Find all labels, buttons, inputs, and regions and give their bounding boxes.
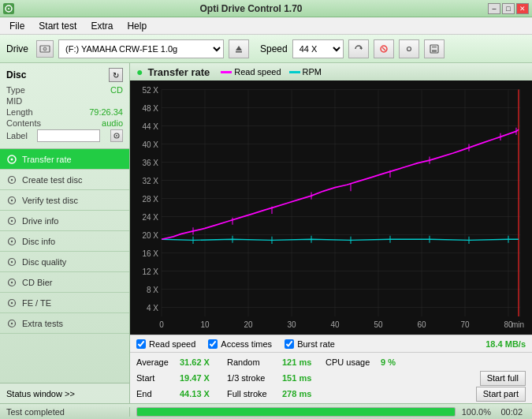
refresh-button[interactable] (348, 39, 369, 58)
transfer-rate-icon (6, 154, 17, 165)
disc-length-label: Length (6, 107, 33, 117)
progress-bar-background (136, 407, 456, 417)
access-times-control-label: Access times (221, 339, 272, 349)
content-area: ● Transfer rate Read speed RPM (130, 63, 532, 403)
burst-rate-value: 18.4 MB/s (485, 339, 526, 349)
nav-extra-tests[interactable]: Extra tests (0, 313, 129, 334)
minimize-button[interactable]: – (488, 3, 500, 14)
legend-rpm-color (289, 71, 300, 73)
nav-fe-te-label: FE / TE (22, 298, 51, 308)
label-edit-button[interactable] (110, 129, 123, 142)
burst-rate-checkbox[interactable] (285, 339, 294, 349)
drive-select[interactable]: (F:) YAMAHA CRW-F1E 1.0g (58, 39, 224, 58)
svg-text:4 X: 4 X (147, 302, 158, 312)
disc-panel: Disc ↻ Type CD MID Length 79:26.34 Conte… (0, 63, 129, 149)
verify-disc-icon (6, 195, 17, 206)
full-stroke-label: Full stroke (227, 389, 282, 398)
speed-select[interactable]: 44 X (292, 39, 344, 58)
title-bar: Opti Drive Control 1.70 – □ ✕ (0, 0, 532, 17)
disc-quality-icon (6, 256, 17, 267)
extra-tests-icon (6, 318, 17, 329)
progress-percentage: 100.0% (462, 407, 491, 417)
chart-icon: ● (136, 65, 143, 78)
svg-text:36 X: 36 X (142, 157, 158, 167)
svg-text:32 X: 32 X (142, 175, 158, 185)
svg-point-31 (11, 301, 13, 303)
nav-fe-te[interactable]: FE / TE (0, 293, 129, 313)
svg-point-23 (11, 219, 13, 221)
svg-text:16 X: 16 X (142, 248, 158, 258)
svg-text:24 X: 24 X (142, 211, 158, 222)
status-text: Test completed (0, 407, 130, 417)
status-bar: Test completed 100.0% 00:02 (0, 403, 532, 419)
svg-text:44 X: 44 X (142, 121, 158, 131)
end-value: 44.13 X (180, 389, 227, 398)
legend-read-speed-label: Read speed (234, 67, 281, 77)
random-label: Random (227, 357, 282, 367)
chart-title: Transfer rate (147, 66, 210, 78)
speed-label: Speed (260, 43, 288, 54)
cd-bler-icon (6, 277, 17, 288)
average-label: Average (136, 357, 180, 367)
disc-info-icon (6, 236, 17, 247)
menu-extra[interactable]: Extra (84, 19, 119, 33)
disc-refresh-button[interactable]: ↻ (109, 68, 123, 82)
save-button[interactable] (424, 39, 445, 58)
svg-text:40: 40 (330, 319, 339, 329)
read-speed-checkbox[interactable] (136, 339, 146, 349)
svg-text:28 X: 28 X (142, 193, 158, 204)
menu-start-test[interactable]: Start test (32, 19, 83, 33)
disc-length-value: 79:26.34 (89, 107, 123, 117)
start-full-button[interactable]: Start full (480, 371, 526, 386)
svg-text:12 X: 12 X (142, 266, 158, 276)
svg-text:20 X: 20 X (142, 230, 158, 240)
stats-row-2: Start 19.47 X 1/3 stroke 151 ms Start fu… (136, 370, 526, 386)
nav-cd-bler-label: CD Bier (22, 278, 53, 287)
nav-transfer-rate-label: Transfer rate (22, 155, 72, 164)
stats-area: Average 31.62 X Random 121 ms CPU usage … (130, 352, 532, 403)
svg-rect-6 (236, 51, 242, 53)
eject-button[interactable] (229, 39, 249, 58)
nav-drive-info[interactable]: Drive info (0, 211, 129, 231)
nav-disc-info[interactable]: Disc info (0, 231, 129, 252)
access-times-checkbox-group: Access times (208, 339, 272, 349)
read-speed-checkbox-group: Read speed (136, 339, 195, 349)
svg-marker-5 (236, 46, 242, 51)
disc-mid-label: MID (6, 96, 22, 106)
svg-point-1 (8, 8, 9, 9)
close-button[interactable]: ✕ (516, 3, 529, 14)
nav-create-test-disc[interactable]: Create test disc (0, 170, 129, 190)
svg-point-17 (11, 158, 13, 160)
nav-verify-test-disc[interactable]: Verify test disc (0, 190, 129, 211)
svg-text:70: 70 (460, 319, 469, 329)
stats-row-1: Average 31.62 X Random 121 ms CPU usage … (136, 354, 526, 370)
svg-text:8 X: 8 X (147, 284, 158, 294)
nav-disc-quality[interactable]: Disc quality (0, 252, 129, 272)
svg-point-25 (11, 240, 13, 241)
menu-help[interactable]: Help (121, 19, 153, 33)
nav-disc-info-label: Disc info (22, 237, 55, 246)
access-times-checkbox[interactable] (208, 339, 218, 349)
nav-transfer-rate[interactable]: Transfer rate (0, 149, 129, 170)
legend-read-speed: Read speed (221, 67, 281, 77)
random-value: 121 ms (282, 357, 326, 367)
burst-rate-value-group: 18.4 MB/s (485, 339, 526, 349)
sidebar: Disc ↻ Type CD MID Length 79:26.34 Conte… (0, 63, 130, 403)
menu-file[interactable]: File (3, 19, 31, 33)
burst-rate-control-label: Burst rate (297, 339, 335, 349)
chart-controls: Read speed Access times Burst rate 18.4 … (130, 335, 532, 352)
maximize-button[interactable]: □ (502, 3, 515, 14)
start-part-button[interactable]: Start part (476, 387, 526, 402)
disc-label-input[interactable] (37, 129, 100, 142)
drive-label: Drive (6, 43, 28, 54)
create-disc-icon (6, 174, 17, 185)
nav-cd-bler[interactable]: CD Bier (0, 272, 129, 293)
clear-button[interactable] (374, 39, 394, 58)
status-window-button[interactable]: Status window >> (0, 383, 129, 403)
cpu-usage-label: CPU usage (326, 357, 381, 367)
disc-title: Disc (6, 69, 26, 80)
svg-text:20: 20 (244, 319, 252, 329)
svg-point-4 (44, 48, 45, 49)
stroke13-value: 151 ms (282, 373, 326, 383)
settings-button[interactable] (399, 39, 419, 58)
